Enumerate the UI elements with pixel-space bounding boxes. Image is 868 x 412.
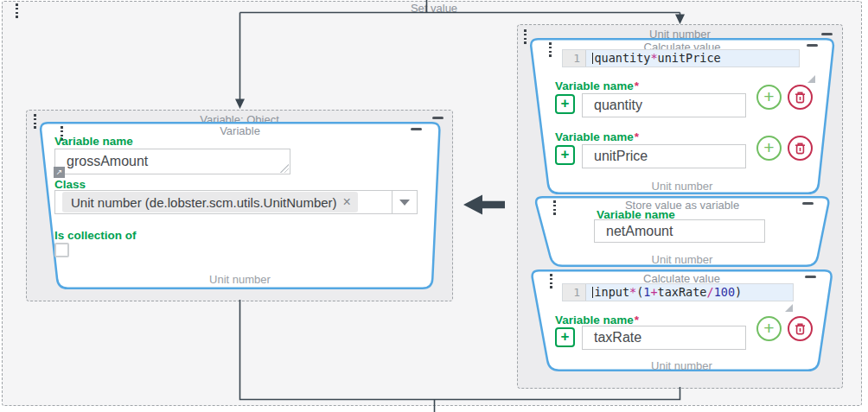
remove-chip-icon[interactable]: × bbox=[343, 194, 351, 210]
delete-row-button[interactable] bbox=[788, 85, 813, 110]
expand-icon[interactable]: ↗ bbox=[54, 167, 65, 178]
editor-resize-icon[interactable] bbox=[807, 75, 815, 83]
line-number: 1 bbox=[563, 284, 586, 301]
variable-name-label: Variable name* bbox=[555, 314, 639, 326]
minimize-icon[interactable] bbox=[805, 276, 816, 278]
store-value-node[interactable]: Store value as variable Variable name ne… bbox=[533, 196, 831, 267]
chevron-down-icon[interactable] bbox=[399, 200, 410, 206]
add-variable-icon[interactable]: + bbox=[555, 327, 575, 347]
trash-icon bbox=[794, 91, 807, 105]
calculate-value-node-1[interactable]: Calculate value 1 quantity*unitPrice Var… bbox=[529, 38, 835, 194]
variable-name-label: Variable name* bbox=[555, 79, 639, 92]
add-row-button[interactable]: + bbox=[756, 316, 782, 341]
delete-row-button[interactable] bbox=[788, 136, 813, 161]
formula-code: input*(1+taxRate/100) bbox=[586, 284, 793, 301]
add-variable-icon[interactable]: + bbox=[555, 94, 575, 114]
trash-icon bbox=[794, 142, 807, 155]
minimize-icon[interactable] bbox=[807, 44, 818, 47]
trash-icon bbox=[794, 322, 807, 336]
workflow-canvas: Set value Variable: Object Unit number V… bbox=[0, 0, 868, 412]
variable-name-input[interactable]: unitPrice bbox=[582, 144, 746, 168]
is-collection-checkbox[interactable] bbox=[54, 243, 69, 257]
delete-row-button[interactable] bbox=[788, 316, 813, 341]
node-footer: Unit number bbox=[530, 359, 833, 372]
variable-name-input[interactable]: taxRate bbox=[582, 326, 746, 350]
class-label: Class bbox=[54, 178, 86, 191]
select-divider bbox=[392, 191, 393, 213]
variable-name-label: Variable name* bbox=[555, 130, 639, 143]
formula-editor[interactable]: 1 quantity*unitPrice bbox=[562, 49, 800, 67]
add-row-button[interactable]: + bbox=[756, 85, 782, 110]
variable-name-input[interactable]: netAmount bbox=[594, 219, 765, 243]
node-title: Store value as variable bbox=[533, 199, 831, 212]
frame-title: Set value bbox=[0, 2, 868, 15]
variable-name-input[interactable]: grossAmount bbox=[54, 149, 290, 174]
minimize-icon[interactable] bbox=[802, 202, 814, 205]
line-number: 1 bbox=[563, 50, 586, 67]
calculate-value-node-2[interactable]: Calculate value 1 input*(1+taxRate/100) … bbox=[530, 269, 833, 371]
resize-handle-icon[interactable] bbox=[280, 164, 289, 173]
formula-editor[interactable]: 1 input*(1+taxRate/100) bbox=[562, 283, 794, 301]
node-footer: Unit number bbox=[533, 253, 831, 266]
is-collection-label: Is collection of bbox=[54, 229, 137, 242]
minimize-icon[interactable] bbox=[411, 128, 422, 130]
class-chip: Unit number (de.lobster.scm.utils.UnitNu… bbox=[62, 192, 358, 212]
variable-node[interactable]: Variable Variable name grossAmount ↗ Cla… bbox=[39, 122, 441, 289]
formula-code: quantity*unitPrice bbox=[586, 50, 799, 67]
node-footer: Unit number bbox=[529, 180, 835, 193]
add-row-button[interactable]: + bbox=[756, 136, 782, 161]
class-select[interactable]: Unit number (de.lobster.scm.utils.UnitNu… bbox=[54, 190, 418, 214]
variable-name-input[interactable]: quantity bbox=[582, 93, 746, 117]
editor-resize-icon[interactable] bbox=[785, 304, 793, 312]
node-footer: Unit number bbox=[39, 273, 441, 286]
add-variable-icon[interactable]: + bbox=[555, 145, 575, 165]
variable-name-label: Variable name bbox=[54, 135, 133, 148]
